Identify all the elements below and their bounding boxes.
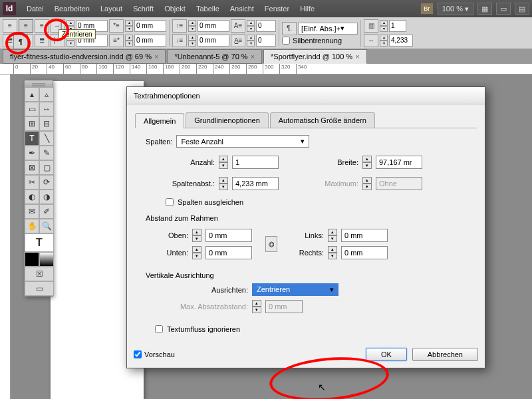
text-frame-options-dialog: Textrahmenoptionen Allgemein Grundlinien… [126,86,485,368]
hyphenation-checkbox[interactable] [282,37,290,45]
firstline-input[interactable] [134,20,166,32]
menu-fenster[interactable]: Fenster [259,5,295,13]
panel-grip[interactable] [25,80,53,87]
rechts-label: Rechts: [291,249,324,257]
maxabs-label: Max. Absatzabstand: [155,303,248,311]
eyedropper-tool-icon[interactable]: ✐ [39,204,54,219]
rectangle-frame-icon[interactable]: ⊠ [25,160,39,175]
menu-hilfe[interactable]: Hilfe [295,5,320,13]
spalten-select[interactable]: Feste Anzahl▾ [176,135,309,148]
balance-label: Spalten ausgleichen [178,198,243,206]
maximum-input [376,177,422,190]
free-transform-icon[interactable]: ⟳ [39,175,54,190]
cancel-button[interactable]: Abbrechen [412,348,478,361]
fill-stroke-icon[interactable]: T [25,233,54,252]
oben-label: Oben: [155,231,188,239]
lastline-indent-icon: ≡* [109,34,124,47]
gradient-swatch-icon[interactable]: ◐ [25,190,39,204]
link-values-icon[interactable]: ⏣ [265,236,277,252]
content-placer-icon[interactable]: ⊟ [39,116,54,131]
textwrap-checkbox[interactable] [155,325,163,333]
tools-panel: ▴ ▵ ▭ ↔ ⊞ ⊟ T ╲ ✒ ✎ ⊠ ▢ ✂ ⟳ ◐ ◑ ✉ ✐ ✋ 🔍 [24,80,53,297]
view-mode-icon[interactable]: ▭ [25,281,54,296]
view-options-icon[interactable]: ▦ [477,3,492,15]
menu-bearbeiten[interactable]: Bearbeiten [49,5,95,13]
arrange-icon[interactable]: ▤ [515,3,529,15]
columns-icon: ▥ [364,19,378,33]
ausrichten-select[interactable]: Zentrieren▾ [252,283,338,296]
menu-objekt[interactable]: Objekt [159,5,191,13]
align-right-icon[interactable]: ≡ [35,19,49,33]
dropcap-chars-input[interactable] [256,35,276,47]
tab-allgemein[interactable]: Allgemein [135,113,184,128]
apply-gradient-icon[interactable] [39,252,54,267]
selection-tool-icon[interactable]: ▴ [25,87,39,102]
screen-mode-icon[interactable]: ▭ [496,3,511,15]
direct-selection-tool-icon[interactable]: ▵ [39,87,54,102]
spin-up[interactable]: ▴ [66,20,74,26]
menu-ansicht[interactable]: Ansicht [225,5,259,13]
paragraph-style-select[interactable]: [Einf. Abs.]+▾ [298,23,358,35]
bridge-icon[interactable]: Br [420,3,434,15]
anzahl-input[interactable] [232,156,279,169]
rechts-input[interactable] [341,246,388,259]
balance-checkbox[interactable] [166,198,174,206]
type-tool-icon[interactable]: T [25,131,39,146]
paragraph-formatting-icon[interactable]: ¶ [13,35,28,49]
scissors-tool-icon[interactable]: ✂ [25,175,39,190]
menu-schrift[interactable]: Schrift [128,5,159,13]
content-collector-icon[interactable]: ⊞ [25,116,39,131]
space-after-icon: ↓≡ [172,34,187,47]
space-after-input[interactable] [198,35,229,47]
oben-input[interactable] [205,229,252,242]
lastline-input[interactable] [134,35,166,47]
para-style-icon: ¶. [282,22,297,35]
menu-tabelle[interactable]: Tabelle [191,5,225,13]
menu-datei[interactable]: Datei [21,5,49,13]
space-before-input[interactable] [198,20,229,32]
zoom-tool-icon[interactable]: 🔍 [39,219,54,233]
ausrichten-label: Ausrichten: [155,286,248,294]
vertical-ruler [0,74,11,399]
ok-button[interactable]: OK [366,348,407,361]
preview-checkbox[interactable] [134,350,142,358]
columns-input[interactable] [389,20,406,32]
align-left-icon[interactable]: ≡ [3,19,17,33]
tab-autosize[interactable]: Automatisch Größe ändern [270,112,375,128]
gutter-input[interactable] [389,35,413,47]
close-icon[interactable]: × [251,53,255,61]
firstline-indent-icon: *≡ [109,19,124,33]
breite-label: Breite: [319,158,358,166]
close-icon[interactable]: × [355,53,359,61]
apply-none-icon[interactable]: ☒ [25,267,54,281]
gutter-icon: ↔ [364,34,378,47]
links-input[interactable] [341,229,388,242]
breite-input[interactable] [376,156,422,169]
tab-2[interactable]: *Sportflyer.indd @ 100 %× [263,49,367,64]
tab-grundlinien[interactable]: Grundlinienoptionen [186,112,268,128]
justify-right-icon[interactable]: ≣ [35,34,49,47]
note-tool-icon[interactable]: ✉ [25,204,39,219]
dropcap-lines-input[interactable] [256,20,276,32]
unten-input[interactable] [205,246,252,259]
spaltenabst-input[interactable] [232,177,279,190]
hand-tool-icon[interactable]: ✋ [25,219,39,233]
pencil-tool-icon[interactable]: ✎ [39,146,54,160]
dropcap-chars-icon: A̲≡ [231,34,245,47]
tab-0[interactable]: flyer-fitness-studio-endversion.indd @ 6… [3,49,166,64]
pen-tool-icon[interactable]: ✒ [25,146,39,160]
gap-tool-icon[interactable]: ↔ [39,102,54,116]
align-center-icon[interactable]: ≡ [19,19,33,33]
rectangle-tool-icon[interactable]: ▢ [39,160,54,175]
close-icon[interactable]: × [154,53,158,61]
tooltip: Zentrieren [59,29,96,39]
zoom-level[interactable]: 100 % ▾ [438,3,473,15]
gradient-feather-icon[interactable]: ◑ [39,190,54,204]
space-before-icon: ↑≡ [172,19,187,33]
line-tool-icon[interactable]: ╲ [39,131,54,146]
page-tool-icon[interactable]: ▭ [25,102,39,116]
tab-1[interactable]: *Unbenannt-5 @ 70 %× [167,49,262,64]
menu-layout[interactable]: Layout [95,5,128,13]
apply-color-icon[interactable] [25,252,39,267]
textwrap-label: Textumfluss ignorieren [167,325,240,333]
